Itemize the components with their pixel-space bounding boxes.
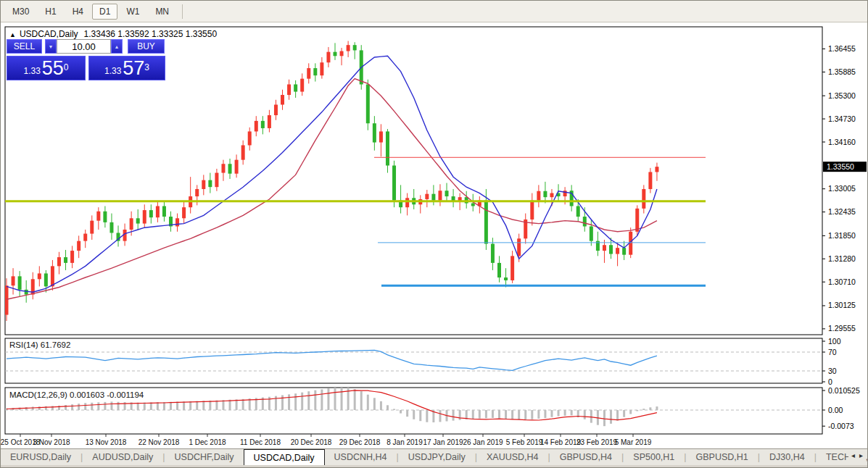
price-tick-label: 1.34730 (828, 114, 856, 123)
sell-price-big: 55 (42, 59, 64, 78)
rsi-tick-label: 100 (828, 337, 841, 346)
date-tick-label: 29 Dec 2018 (339, 438, 381, 446)
date-tick-label: 1 Dec 2018 (189, 438, 226, 446)
rsi-indicator-label: RSI(14) 61.7692 (9, 340, 70, 349)
chart-tab-usdcnh-h4[interactable]: USDCNH,H4 (325, 449, 397, 465)
buy-price-big: 57 (123, 59, 144, 78)
chart-tab-usdchf-daily[interactable]: USDCHF,Daily (165, 449, 244, 465)
tab-scroll-buttons: ◂ ▸ (848, 450, 866, 461)
price-tick-label: 1.31850 (828, 231, 856, 240)
chart-tab-dj30-h4[interactable]: DJ30,H4 (760, 449, 814, 465)
timeframe-button-m30[interactable]: M30 (5, 4, 36, 20)
rsi-tick-label: 70 (828, 348, 837, 356)
sell-price-display[interactable]: 1.33550 (7, 56, 86, 80)
trade-panel-top-row: SELL ▼ 10.00 ▲ BUY (7, 39, 168, 54)
timeframe-button-d1[interactable]: D1 (92, 4, 117, 20)
date-tick-label: 3 Nov 2018 (33, 438, 70, 446)
tab-scroll-right-icon[interactable]: ▸ (859, 451, 863, 459)
chart-tab-audusd-daily[interactable]: AUDUSD,Daily (83, 449, 162, 465)
buy-price-sup: 3 (144, 57, 149, 78)
date-tick-label: 14 Feb 2019 (540, 438, 582, 446)
macd-tick-label: -0.0073 (828, 422, 854, 430)
buy-button[interactable]: BUY (128, 39, 165, 54)
price-tick-label: 1.36455 (828, 44, 856, 53)
date-tick-label: 5 Feb 2019 (506, 438, 543, 446)
date-tick-label: 26 Jan 2019 (463, 438, 503, 446)
chart-tab-usdjpy-daily[interactable]: USDJPY,Daily (399, 449, 475, 465)
date-tick-label: 11 Dec 2018 (240, 438, 281, 446)
price-tick-label: 1.31280 (828, 254, 856, 263)
rsi-tick-label: 30 (828, 367, 837, 375)
trade-panel-price-row: 1.33550 1.33573 (7, 56, 168, 80)
chart-tab-bar: EURUSD,Daily|AUDUSD,Daily|USDCHF,DailyUS… (1, 448, 867, 465)
date-tick-label: 8 Jan 2019 (387, 438, 423, 446)
date-tick-label: 13 Nov 2018 (86, 438, 127, 446)
current-price-label: 1.33550 (827, 162, 854, 171)
status-strip (1, 465, 867, 468)
macd-axis[interactable]: 0.0105250.00-0.0073 (822, 386, 860, 430)
price-tick-label: 1.32435 (828, 207, 856, 216)
timeframe-button-h1[interactable]: H1 (38, 4, 63, 20)
chart-tab-eurusd-daily[interactable]: EURUSD,Daily (1, 449, 80, 465)
one-click-trade-panel: SELL ▼ 10.00 ▲ BUY 1.33550 1.33573 (7, 39, 168, 80)
price-tick-label: 1.30125 (828, 301, 856, 309)
price-tick-label: 1.30710 (828, 277, 856, 286)
volume-input[interactable]: 10.00 (57, 39, 111, 54)
chart-ohlc-values: 1.33436 1.33592 1.33325 1.33550 (84, 29, 218, 39)
rsi-tick-label: 0 (828, 377, 832, 386)
sell-button[interactable]: SELL (7, 39, 42, 54)
rsi-axis[interactable]: 10070300 (822, 337, 841, 386)
price-tick-label: 1.34160 (828, 138, 856, 146)
sell-price-small: 1.33 (23, 64, 40, 78)
trading-platform-window: 1.364551.358851.353001.347301.341601.330… (0, 0, 868, 468)
chart-tab-sp500-h1[interactable]: SP500,H1 (624, 449, 684, 465)
sell-price-sup: 0 (64, 57, 69, 78)
date-axis[interactable]: 25 Oct 20183 Nov 201813 Nov 201822 Nov 2… (1, 434, 652, 446)
chart-symbol-period: USDCAD,Daily (20, 29, 78, 39)
macd-tick-label: 0.00 (828, 406, 843, 414)
chart-tab-gbpusd-h4[interactable]: GBPUSD,H4 (550, 449, 621, 465)
chart-tab-usdcad-daily[interactable]: USDCAD,Daily (244, 449, 325, 465)
price-tick-label: 1.35885 (828, 67, 856, 76)
buy-price-display[interactable]: 1.33573 (88, 56, 165, 80)
date-tick-label: 17 Jan 2019 (423, 438, 463, 446)
price-axis[interactable]: 1.364551.358851.353001.347301.341601.330… (822, 44, 867, 333)
price-tick-label: 1.29555 (828, 324, 856, 333)
macd-indicator-label: MACD(12,26,9) 0.001603 -0.001194 (9, 390, 144, 399)
rsi-panel-frame (5, 338, 822, 383)
price-tick-label: 1.35300 (828, 91, 856, 100)
volume-decrease-button[interactable]: ▼ (45, 39, 57, 54)
date-tick-label: 23 Feb 2019 (576, 438, 618, 446)
chart-tab-gbpusd-h1[interactable]: GBPUSD,H1 (687, 449, 758, 465)
tab-scroll-left-icon[interactable]: ◂ (851, 451, 855, 459)
collapse-chart-icon[interactable]: ▲ (9, 31, 16, 38)
date-tick-label: 5 Mar 2019 (615, 438, 652, 446)
date-tick-label: 20 Dec 2018 (291, 438, 332, 446)
timeframe-button-h4[interactable]: H4 (65, 4, 91, 20)
macd-tick-label: 0.010525 (828, 386, 860, 395)
date-tick-label: 22 Nov 2018 (139, 438, 180, 446)
chart-tab-xauusd-h4[interactable]: XAUUSD,H4 (477, 449, 548, 465)
chart-title-bar: ▲USDCAD,Daily1.33436 1.33592 1.33325 1.3… (9, 29, 217, 39)
timeframe-button-mn[interactable]: MN (148, 4, 176, 20)
timeframe-toolbar: M30H1H4D1W1MN (1, 1, 867, 22)
triangle-up-icon: ▲ (115, 44, 120, 49)
toolbar-separator (182, 4, 183, 19)
timeframe-button-w1[interactable]: W1 (119, 4, 146, 20)
triangle-down-icon: ▼ (49, 44, 54, 49)
volume-increase-button[interactable]: ▲ (111, 39, 123, 54)
buy-price-small: 1.33 (104, 64, 121, 78)
price-tick-label: 1.33005 (828, 184, 856, 193)
